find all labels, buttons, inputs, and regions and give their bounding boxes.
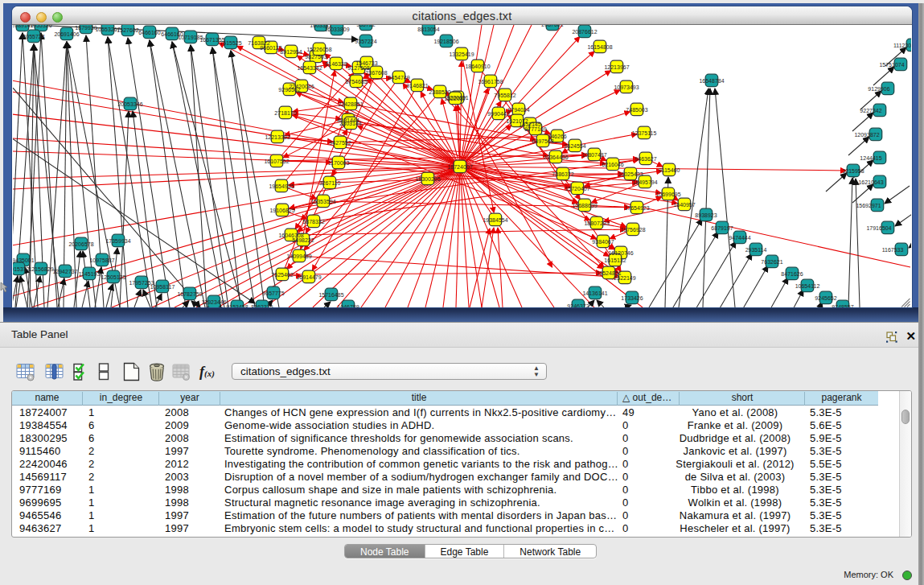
svg-text:19756928: 19756928 [620, 227, 645, 233]
svg-text:1046789: 1046789 [337, 304, 359, 308]
svg-text:10025433: 10025433 [618, 171, 643, 177]
svg-text:2087661: 2087661 [541, 25, 563, 27]
svg-text:1145193: 1145193 [79, 271, 101, 277]
svg-text:22428851: 22428851 [338, 101, 363, 107]
svg-text:2367608: 2367608 [365, 70, 387, 76]
svg-text:16210643: 16210643 [858, 179, 883, 185]
svg-text:12375115: 12375115 [632, 130, 657, 136]
svg-text:15751074: 15751074 [879, 62, 904, 68]
svg-text:9146821: 9146821 [406, 83, 428, 89]
svg-text:17916504: 17916504 [866, 225, 891, 231]
svg-text:1546733: 1546733 [355, 60, 377, 66]
svg-text:13325419: 13325419 [449, 51, 474, 57]
svg-text:1615132: 1615132 [604, 257, 626, 263]
svg-text:9657775: 9657775 [262, 290, 284, 296]
svg-text:18640910: 18640910 [465, 64, 490, 69]
svg-text:16543342: 16543342 [297, 65, 322, 71]
svg-text:15353594: 15353594 [310, 199, 335, 204]
svg-text:10699695: 10699695 [655, 192, 680, 197]
svg-text:16914479: 16914479 [296, 274, 321, 280]
svg-text:15720407: 15720407 [565, 186, 589, 192]
svg-text:14136141: 14136141 [582, 290, 607, 296]
svg-text:16961758: 16961758 [478, 79, 503, 84]
svg-text:6497568: 6497568 [532, 138, 553, 144]
svg-text:8813054: 8813054 [417, 27, 439, 32]
svg-text:14099489: 14099489 [286, 253, 311, 259]
svg-text:16782759: 16782759 [177, 291, 202, 297]
svg-text:9827503: 9827503 [305, 54, 326, 60]
svg-text:1879930: 1879930 [75, 25, 97, 31]
svg-text:20691406: 20691406 [54, 31, 79, 37]
svg-text:20053346: 20053346 [117, 101, 142, 107]
svg-text:8471626: 8471626 [781, 271, 803, 277]
svg-text:10688639: 10688639 [572, 203, 597, 208]
svg-text:7632621: 7632621 [761, 259, 782, 265]
svg-text:8146328: 8146328 [325, 61, 347, 67]
svg-text:9660123: 9660123 [260, 45, 281, 51]
svg-text:12093872: 12093872 [854, 132, 879, 138]
svg-text:16120746: 16120746 [608, 250, 633, 256]
svg-text:12942737: 12942737 [52, 269, 77, 274]
svg-text:9463627: 9463627 [634, 156, 656, 162]
svg-text:15226058: 15226058 [306, 47, 331, 52]
svg-text:1322037: 1322037 [444, 96, 466, 101]
svg-text:9777169: 9777169 [524, 126, 546, 132]
svg-text:9153458: 9153458 [226, 304, 248, 308]
svg-text:8754685: 8754685 [345, 79, 367, 84]
svg-text:16154808: 16154808 [587, 44, 612, 50]
svg-text:9115460: 9115460 [659, 167, 680, 173]
svg-text:6216046: 6216046 [602, 162, 623, 167]
svg-text:7515525: 7515525 [220, 40, 241, 46]
svg-text:20206578: 20206578 [68, 241, 93, 247]
svg-text:9990443: 9990443 [487, 111, 509, 117]
svg-text:9245652: 9245652 [815, 295, 836, 301]
svg-text:6466160: 6466160 [138, 30, 160, 35]
svg-text:9384067: 9384067 [592, 239, 614, 245]
svg-text:10975887: 10975887 [89, 257, 114, 263]
svg-text:1167533: 1167533 [882, 247, 904, 253]
svg-text:15716485: 15716485 [318, 292, 343, 298]
svg-text:20364436: 20364436 [543, 154, 568, 160]
svg-text:9357224: 9357224 [355, 39, 376, 44]
svg-text:9246372: 9246372 [567, 303, 589, 308]
svg-text:1640957: 1640957 [673, 202, 695, 208]
svg-text:18495794: 18495794 [632, 179, 657, 185]
svg-text:10807487: 10807487 [581, 152, 606, 158]
svg-text:2388520: 2388520 [429, 89, 450, 95]
svg-text:1733426: 1733426 [621, 295, 643, 301]
svg-text:8262375: 8262375 [251, 304, 273, 308]
svg-text:18807293: 18807293 [584, 220, 609, 226]
svg-text:16548784: 16548784 [699, 78, 724, 84]
svg-text:9794024: 9794024 [507, 107, 529, 113]
svg-text:8912954: 8912954 [280, 49, 302, 55]
svg-text:19654935: 19654935 [269, 183, 294, 189]
svg-text:16033809: 16033809 [324, 27, 349, 32]
svg-text:3915372: 3915372 [13, 266, 30, 272]
svg-text:9748557: 9748557 [832, 304, 853, 308]
svg-text:18724007: 18724007 [447, 164, 472, 170]
svg-text:1170063: 1170063 [328, 160, 350, 166]
svg-text:9427552: 9427552 [329, 140, 351, 146]
svg-text:9474444: 9474444 [729, 235, 750, 241]
svg-text:9129906: 9129906 [868, 86, 889, 92]
svg-text:16107552: 16107552 [264, 159, 289, 164]
svg-text:10958117: 10958117 [150, 284, 175, 290]
svg-text:10654112: 10654112 [795, 283, 820, 289]
svg-text:2718170: 2718170 [274, 110, 296, 116]
svg-text:12923446: 12923446 [201, 299, 226, 305]
svg-text:12213383: 12213383 [265, 134, 290, 140]
svg-text:7955812: 7955812 [494, 93, 515, 98]
svg-text:19218506: 19218506 [433, 39, 458, 44]
svg-text:2935114: 2935114 [745, 247, 767, 253]
svg-text:4055724: 4055724 [23, 34, 44, 39]
svg-text:15692971: 15692971 [856, 203, 881, 208]
svg-text:9296562: 9296562 [278, 87, 300, 93]
svg-text:12213967: 12213967 [604, 64, 629, 70]
svg-text:18300295: 18300295 [415, 176, 440, 182]
svg-text:5878332: 5878332 [302, 219, 324, 225]
svg-text:6879197: 6879197 [711, 225, 733, 231]
svg-text:12156829: 12156829 [28, 266, 53, 272]
svg-text:2803144: 2803144 [339, 121, 361, 126]
svg-text:3215958: 3215958 [842, 168, 864, 174]
svg-text:5498222: 5498222 [292, 237, 314, 243]
